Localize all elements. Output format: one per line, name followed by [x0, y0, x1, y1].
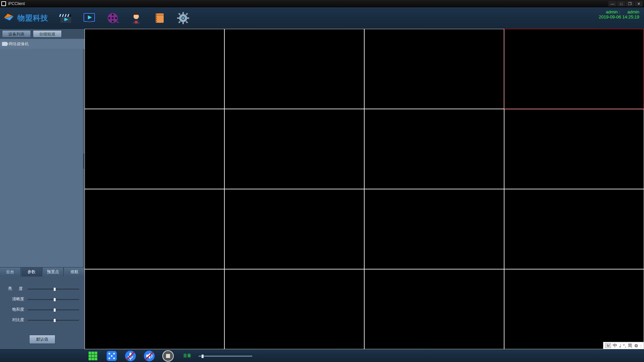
video-cell[interactable] [85, 109, 224, 189]
svg-point-50 [113, 357, 115, 359]
svg-rect-29 [186, 17, 189, 19]
ime-music-icon[interactable]: ♩ [619, 343, 621, 348]
svg-rect-33 [185, 21, 188, 23]
video-cell[interactable] [504, 109, 644, 189]
user-label: admin : [606, 9, 620, 14]
video-cell[interactable] [364, 109, 504, 189]
svg-point-14 [108, 17, 110, 19]
tab-preset[interactable]: 预置点 [43, 267, 64, 277]
svg-rect-17 [135, 21, 138, 23]
svg-rect-44 [92, 358, 94, 360]
svg-rect-31 [185, 13, 188, 15]
video-cell[interactable] [504, 189, 644, 269]
ime-punct[interactable]: °, [623, 343, 626, 348]
ime-settings-icon[interactable]: ⚙ [634, 343, 638, 348]
svg-rect-41 [92, 355, 94, 357]
sidebar-tabs: 设备列表 分组轮巡 [0, 29, 85, 39]
minimize-button[interactable]: — [608, 1, 616, 6]
restore-button[interactable]: ❐ [626, 1, 634, 6]
ime-lang[interactable]: 中 [613, 343, 617, 349]
svg-point-48 [113, 353, 115, 354]
datetime: 2019-09-06 14:25:19 [599, 14, 639, 19]
contrast-label: 对比度 [5, 317, 24, 323]
saturation-label: 饱和度 [5, 307, 24, 312]
grid-layout-icon[interactable] [87, 350, 99, 362]
tab-params[interactable]: 参数 [21, 267, 42, 277]
video-cell[interactable] [364, 269, 504, 349]
contrast-slider[interactable] [28, 318, 79, 322]
svg-rect-43 [89, 358, 91, 360]
svg-rect-30 [178, 13, 180, 15]
fullscreen-icon[interactable] [106, 350, 117, 362]
brand-mark-icon [3, 12, 15, 24]
main-area: 设备列表 分组轮巡 网络摄像机 云台 参数 预置点 巡航 亮 度 清晰度 [0, 29, 644, 349]
bottom-toolbar: 音量 [0, 349, 644, 362]
video-cell[interactable] [85, 269, 224, 349]
video-cell[interactable] [224, 29, 364, 109]
brightness-slider[interactable] [28, 287, 79, 291]
svg-rect-40 [89, 355, 91, 357]
svg-rect-54 [130, 358, 131, 360]
volume-slider[interactable] [199, 354, 252, 358]
user-support-icon[interactable] [129, 11, 144, 25]
sharpness-slider[interactable] [28, 297, 79, 302]
params-panel: 亮 度 清晰度 饱和度 对比度 默认值 [0, 277, 85, 349]
svg-point-15 [115, 17, 117, 19]
video-grid [85, 29, 644, 349]
video-cell[interactable] [85, 29, 224, 109]
video-cell[interactable] [224, 109, 364, 189]
user-value: admin [628, 9, 639, 14]
notebook-icon[interactable] [152, 11, 167, 25]
svg-rect-20 [157, 15, 164, 15]
svg-rect-60 [166, 354, 170, 358]
brand-name: 物盟科技 [17, 13, 48, 23]
clapper-icon[interactable] [58, 11, 73, 25]
svg-rect-45 [95, 358, 97, 360]
video-cell[interactable] [224, 189, 364, 269]
control-tabs: 云台 参数 预置点 巡航 [0, 267, 85, 277]
video-cell[interactable] [364, 29, 504, 109]
svg-rect-9 [87, 21, 91, 23]
svg-rect-39 [95, 352, 97, 354]
sidebar: 设备列表 分组轮巡 网络摄像机 云台 参数 预置点 巡航 亮 度 清晰度 [0, 29, 85, 349]
film-reel-icon[interactable] [105, 11, 120, 25]
stop-record-icon[interactable] [162, 350, 174, 362]
ime-simpl[interactable]: 简 [628, 343, 632, 349]
video-grid-container [85, 29, 644, 349]
tab-group-patrol[interactable]: 分组轮巡 [33, 30, 62, 38]
ime-mode[interactable]: M [605, 343, 610, 348]
saturation-slider[interactable] [28, 307, 79, 312]
play-monitor-icon[interactable] [82, 11, 97, 25]
svg-rect-42 [95, 355, 97, 357]
window-title: iPCClient [8, 1, 25, 6]
video-cell[interactable] [504, 29, 644, 109]
svg-point-47 [109, 353, 110, 354]
svg-rect-26 [182, 12, 184, 15]
svg-point-22 [156, 17, 157, 17]
default-button[interactable]: 默认值 [29, 335, 55, 344]
video-cell[interactable] [364, 189, 504, 269]
user-info: admin : admin 2019-09-06 14:25:19 [599, 9, 639, 19]
mic-icon[interactable] [125, 350, 136, 362]
maximize-button[interactable]: □ [617, 1, 625, 6]
video-cell[interactable] [85, 189, 224, 269]
speaker-icon[interactable] [144, 350, 155, 362]
ime-bar[interactable]: M 中 ♩ °, 简 ⚙ : [603, 342, 644, 349]
svg-point-51 [111, 355, 113, 357]
settings-gear-icon[interactable] [176, 11, 191, 25]
svg-rect-32 [178, 21, 180, 23]
device-tree-root[interactable]: 网络摄像机 [0, 39, 85, 49]
close-button[interactable]: ✕ [635, 1, 643, 6]
video-cell[interactable] [504, 269, 644, 349]
volume-label: 音量 [183, 353, 191, 359]
video-cell[interactable] [224, 269, 364, 349]
svg-rect-27 [182, 21, 184, 24]
svg-point-49 [109, 357, 110, 359]
svg-rect-38 [92, 352, 94, 354]
tab-ptz[interactable]: 云台 [0, 267, 21, 277]
svg-point-11 [112, 17, 114, 19]
ime-extra[interactable]: : [640, 343, 642, 348]
tab-cruise[interactable]: 巡航 [64, 267, 85, 277]
tab-device-list[interactable]: 设备列表 [2, 30, 31, 38]
svg-point-35 [182, 17, 184, 19]
